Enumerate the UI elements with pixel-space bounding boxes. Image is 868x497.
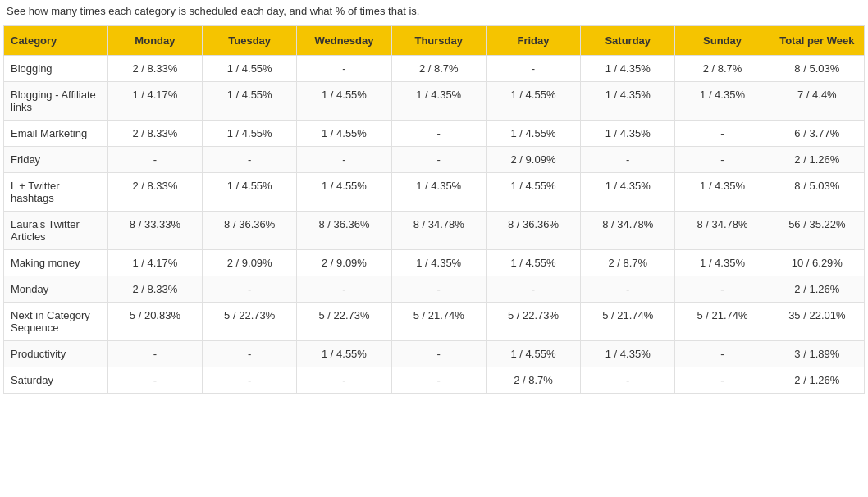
cell-monday: - bbox=[107, 341, 202, 367]
intro-text: See how many times each category is sche… bbox=[0, 0, 868, 25]
cell-saturday: - bbox=[581, 147, 675, 173]
table-wrapper: Category Monday Tuesday Wednesday Thursd… bbox=[0, 25, 868, 394]
cell-tuesday: 5 / 22.73% bbox=[203, 303, 297, 341]
cell-friday: 2 / 9.09% bbox=[486, 147, 580, 173]
cell-tuesday: - bbox=[203, 276, 297, 303]
cell-total: 7 / 4.4% bbox=[770, 82, 864, 121]
cell-category: Email Marketing bbox=[4, 121, 108, 147]
cell-sunday: 2 / 8.7% bbox=[675, 56, 770, 82]
cell-tuesday: - bbox=[203, 341, 297, 367]
table-row: L + Twitter hashtags2 / 8.33%1 / 4.55%1 … bbox=[4, 173, 865, 212]
cell-friday: - bbox=[486, 56, 580, 82]
table-row: Next in Category Sequence5 / 20.83%5 / 2… bbox=[4, 303, 865, 341]
cell-tuesday: 1 / 4.55% bbox=[203, 82, 297, 121]
cell-tuesday: 1 / 4.55% bbox=[203, 121, 297, 147]
cell-category: Friday bbox=[4, 147, 108, 173]
cell-thursday: 5 / 21.74% bbox=[391, 303, 486, 341]
cell-monday: - bbox=[107, 367, 202, 394]
cell-saturday: 1 / 4.35% bbox=[581, 341, 675, 367]
cell-saturday: 1 / 4.35% bbox=[581, 82, 675, 121]
cell-saturday: 1 / 4.35% bbox=[581, 56, 675, 82]
cell-friday: 1 / 4.55% bbox=[486, 341, 580, 367]
cell-wednesday: 1 / 4.55% bbox=[297, 173, 391, 212]
cell-friday: 1 / 4.55% bbox=[486, 250, 580, 276]
cell-sunday: 1 / 4.35% bbox=[675, 82, 770, 121]
cell-friday: 5 / 22.73% bbox=[486, 303, 580, 341]
cell-thursday: 8 / 34.78% bbox=[391, 212, 486, 250]
table-row: Email Marketing2 / 8.33%1 / 4.55%1 / 4.5… bbox=[4, 121, 865, 147]
cell-thursday: 1 / 4.35% bbox=[391, 250, 486, 276]
cell-monday: 1 / 4.17% bbox=[107, 82, 202, 121]
cell-sunday: 8 / 34.78% bbox=[675, 212, 770, 250]
cell-thursday: - bbox=[391, 276, 486, 303]
schedule-table: Category Monday Tuesday Wednesday Thursd… bbox=[3, 25, 865, 394]
cell-friday: 1 / 4.55% bbox=[486, 82, 580, 121]
cell-wednesday: 8 / 36.36% bbox=[297, 212, 391, 250]
cell-thursday: 1 / 4.35% bbox=[391, 82, 486, 121]
cell-wednesday: - bbox=[297, 56, 391, 82]
cell-monday: 8 / 33.33% bbox=[107, 212, 202, 250]
cell-total: 2 / 1.26% bbox=[770, 276, 864, 303]
cell-total: 35 / 22.01% bbox=[770, 303, 864, 341]
cell-monday: 2 / 8.33% bbox=[107, 56, 202, 82]
cell-friday: - bbox=[486, 276, 580, 303]
cell-tuesday: 1 / 4.55% bbox=[203, 173, 297, 212]
cell-saturday: 1 / 4.35% bbox=[581, 173, 675, 212]
cell-category: Laura's Twitter Articles bbox=[4, 212, 108, 250]
cell-thursday: 2 / 8.7% bbox=[391, 56, 486, 82]
cell-sunday: - bbox=[675, 147, 770, 173]
cell-category: Next in Category Sequence bbox=[4, 303, 108, 341]
cell-wednesday: 1 / 4.55% bbox=[297, 82, 391, 121]
table-row: Productivity--1 / 4.55%-1 / 4.55%1 / 4.3… bbox=[4, 341, 865, 367]
cell-sunday: - bbox=[675, 367, 770, 394]
cell-monday: 1 / 4.17% bbox=[107, 250, 202, 276]
cell-monday: - bbox=[107, 147, 202, 173]
cell-monday: 2 / 8.33% bbox=[107, 173, 202, 212]
cell-category: Blogging bbox=[4, 56, 108, 82]
table-row: Blogging - Affiliate links1 / 4.17%1 / 4… bbox=[4, 82, 865, 121]
cell-total: 3 / 1.89% bbox=[770, 341, 864, 367]
cell-thursday: 1 / 4.35% bbox=[391, 173, 486, 212]
cell-saturday: 2 / 8.7% bbox=[581, 250, 675, 276]
header-wednesday: Wednesday bbox=[297, 26, 391, 56]
header-monday: Monday bbox=[107, 26, 202, 56]
cell-saturday: 5 / 21.74% bbox=[581, 303, 675, 341]
table-row: Monday2 / 8.33%------2 / 1.26% bbox=[4, 276, 865, 303]
cell-monday: 2 / 8.33% bbox=[107, 121, 202, 147]
cell-saturday: - bbox=[581, 367, 675, 394]
cell-total: 56 / 35.22% bbox=[770, 212, 864, 250]
cell-category: Making money bbox=[4, 250, 108, 276]
table-row: Laura's Twitter Articles8 / 33.33%8 / 36… bbox=[4, 212, 865, 250]
header-total: Total per Week bbox=[770, 26, 864, 56]
table-header-row: Category Monday Tuesday Wednesday Thursd… bbox=[4, 26, 865, 56]
header-category: Category bbox=[4, 26, 108, 56]
cell-sunday: - bbox=[675, 121, 770, 147]
cell-saturday: 8 / 34.78% bbox=[581, 212, 675, 250]
cell-tuesday: - bbox=[203, 147, 297, 173]
table-row: Making money1 / 4.17%2 / 9.09%2 / 9.09%1… bbox=[4, 250, 865, 276]
header-friday: Friday bbox=[486, 26, 580, 56]
cell-friday: 1 / 4.55% bbox=[486, 121, 580, 147]
cell-sunday: 5 / 21.74% bbox=[675, 303, 770, 341]
cell-total: 2 / 1.26% bbox=[770, 367, 864, 394]
cell-category: Saturday bbox=[4, 367, 108, 394]
cell-total: 10 / 6.29% bbox=[770, 250, 864, 276]
cell-thursday: - bbox=[391, 341, 486, 367]
cell-wednesday: - bbox=[297, 367, 391, 394]
header-tuesday: Tuesday bbox=[203, 26, 297, 56]
header-saturday: Saturday bbox=[581, 26, 675, 56]
cell-category: Blogging - Affiliate links bbox=[4, 82, 108, 121]
cell-total: 8 / 5.03% bbox=[770, 173, 864, 212]
header-sunday: Sunday bbox=[675, 26, 770, 56]
table-row: Friday----2 / 9.09%--2 / 1.26% bbox=[4, 147, 865, 173]
cell-tuesday: 8 / 36.36% bbox=[203, 212, 297, 250]
cell-friday: 8 / 36.36% bbox=[486, 212, 580, 250]
header-thursday: Thursday bbox=[391, 26, 486, 56]
cell-monday: 2 / 8.33% bbox=[107, 276, 202, 303]
cell-sunday: - bbox=[675, 276, 770, 303]
cell-total: 6 / 3.77% bbox=[770, 121, 864, 147]
cell-thursday: - bbox=[391, 121, 486, 147]
cell-tuesday: 2 / 9.09% bbox=[203, 250, 297, 276]
table-row: Saturday----2 / 8.7%--2 / 1.26% bbox=[4, 367, 865, 394]
cell-wednesday: 2 / 9.09% bbox=[297, 250, 391, 276]
